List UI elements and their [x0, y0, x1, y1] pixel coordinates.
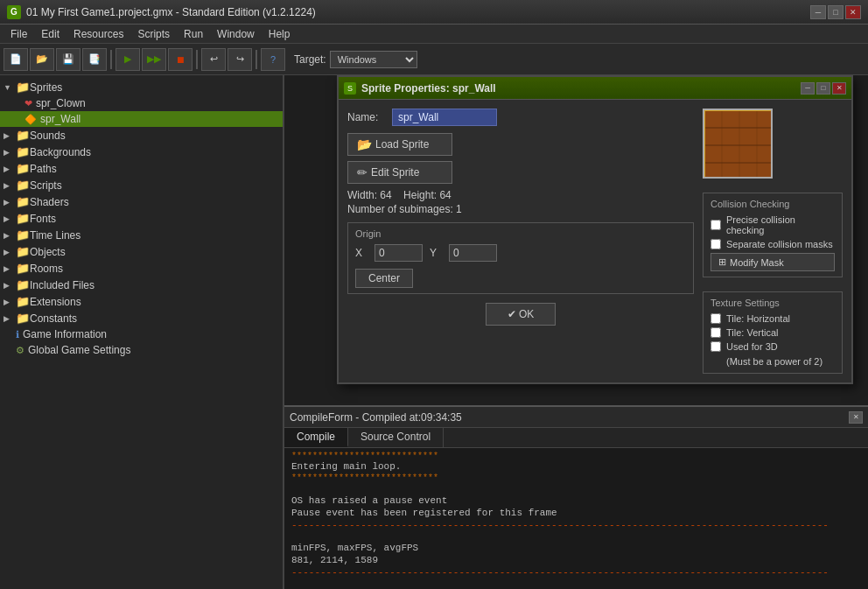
- game-info-label: Game Information: [23, 328, 107, 340]
- tab-compile[interactable]: Compile: [284, 428, 348, 447]
- separate-masks-check[interactable]: [710, 239, 721, 249]
- toolbar-sep-1: [110, 50, 112, 69]
- objects-folder-icon: 📁: [16, 245, 30, 258]
- toolbar-save-all[interactable]: 📑: [82, 48, 107, 71]
- target-select[interactable]: Windows Mac OS X Linux Android iOS: [330, 51, 417, 68]
- dialog-title-icon: S: [344, 82, 356, 95]
- tree-fonts-folder[interactable]: ▶ 📁 Fonts: [0, 210, 283, 227]
- minimize-button[interactable]: ─: [810, 5, 826, 19]
- rooms-folder-icon: 📁: [16, 262, 30, 275]
- timelines-folder-icon: 📁: [16, 228, 30, 242]
- compile-titlebar: CompileForm - Compiled at:09:34:35 ✕: [284, 407, 868, 428]
- tree-spr-clown[interactable]: ❤ spr_Clown: [0, 95, 283, 111]
- menu-resources[interactable]: Resources: [66, 26, 130, 42]
- rooms-arrow: ▶: [4, 264, 16, 273]
- included-files-label: Included Files: [30, 279, 94, 291]
- menu-edit[interactable]: Edit: [34, 26, 66, 42]
- tree-constants-folder[interactable]: ▶ 📁 Constants: [0, 310, 283, 326]
- spr-wall-icon: 🔶: [24, 114, 37, 125]
- close-button[interactable]: ✕: [845, 5, 861, 19]
- target-label: Target:: [294, 53, 326, 66]
- tree-extensions-folder[interactable]: ▶ 📁 Extensions: [0, 293, 283, 310]
- name-input[interactable]: [392, 109, 497, 126]
- center-button[interactable]: Center: [355, 269, 413, 288]
- constants-label: Constants: [30, 312, 77, 325]
- power2-label: (Must be a power of 2): [726, 356, 822, 367]
- tree-timelines-folder[interactable]: ▶ 📁 Time Lines: [0, 227, 283, 243]
- sprites-folder-icon: 📁: [16, 81, 30, 94]
- sprites-label: Sprites: [30, 81, 62, 94]
- toolbar-run[interactable]: ▶: [116, 48, 140, 71]
- edit-sprite-btn[interactable]: ✏ Edit Sprite: [347, 161, 452, 184]
- paths-label: Paths: [30, 163, 57, 175]
- origin-legend: Origin: [355, 228, 686, 239]
- tile-vertical-check[interactable]: [710, 327, 721, 338]
- tile-horizontal-check[interactable]: [710, 313, 721, 324]
- tree-backgrounds-folder[interactable]: ▶ 📁 Backgrounds: [0, 144, 283, 160]
- edit-sprite-label: Edit Sprite: [371, 166, 419, 179]
- toolbar-help[interactable]: ?: [261, 48, 285, 71]
- toolbar-save[interactable]: 💾: [56, 48, 80, 71]
- timelines-arrow: ▶: [4, 231, 16, 240]
- tree-global-game-settings[interactable]: ⚙ Global Game Settings: [0, 342, 283, 358]
- tree-spr-wall[interactable]: 🔶 spr_Wall: [0, 111, 283, 127]
- toolbar-new[interactable]: 📄: [4, 48, 28, 71]
- origin-y-input[interactable]: [449, 244, 497, 262]
- tree-sounds-folder[interactable]: ▶ 📁 Sounds: [0, 127, 283, 144]
- sprites-arrow: ▼: [4, 83, 16, 92]
- load-sprite-btn[interactable]: 📂 Load Sprite: [347, 133, 452, 156]
- modify-mask-button[interactable]: ⊞ Modify Mask: [710, 253, 835, 271]
- shaders-arrow: ▶: [4, 198, 16, 207]
- menu-scripts[interactable]: Scripts: [130, 26, 177, 42]
- precise-collision-row: Precise collision checking: [710, 214, 835, 235]
- menu-help[interactable]: Help: [262, 26, 298, 42]
- tree-scripts-folder[interactable]: ▶ 📁 Scripts: [0, 177, 283, 193]
- scripts-folder-icon: 📁: [16, 179, 30, 192]
- compile-form: CompileForm - Compiled at:09:34:35 ✕ Com…: [284, 405, 868, 589]
- toolbar-stop[interactable]: ⏹: [168, 48, 192, 71]
- menu-window[interactable]: Window: [210, 26, 262, 42]
- menu-file[interactable]: File: [4, 26, 34, 42]
- toolbar-open[interactable]: 📂: [30, 48, 54, 71]
- maximize-button[interactable]: □: [828, 5, 844, 19]
- compile-content[interactable]: **************************** Entering ma…: [284, 448, 868, 588]
- tree-objects-folder[interactable]: ▶ 📁 Objects: [0, 243, 283, 260]
- height-label: Height: 64: [403, 189, 452, 201]
- menu-run[interactable]: Run: [177, 26, 210, 42]
- origin-x-input[interactable]: [374, 244, 423, 262]
- compile-close-button[interactable]: ✕: [849, 411, 863, 424]
- tree-game-information[interactable]: ℹ Game Information: [0, 326, 283, 342]
- toolbar-run-debug[interactable]: ▶▶: [142, 48, 166, 71]
- global-settings-label: Global Game Settings: [28, 344, 130, 356]
- global-settings-icon: ⚙: [16, 345, 24, 356]
- dialog-body: Name: 📂 Load Sprite ✏ Edit Sprite Width:…: [339, 100, 851, 382]
- collision-group: Collision Checking Precise collision che…: [703, 193, 843, 277]
- constants-arrow: ▶: [4, 314, 16, 323]
- ok-button[interactable]: ✔ OK: [486, 303, 556, 326]
- tree-shaders-folder[interactable]: ▶ 📁 Shaders: [0, 193, 283, 210]
- precise-collision-check[interactable]: [710, 220, 721, 230]
- edit-sprite-icon: ✏: [357, 165, 368, 179]
- constants-folder-icon: 📁: [16, 312, 30, 325]
- dialog-close[interactable]: ✕: [832, 82, 846, 95]
- tree-paths-folder[interactable]: ▶ 📁 Paths: [0, 160, 283, 177]
- toolbar-redo[interactable]: ↪: [228, 48, 252, 71]
- used-3d-check[interactable]: [710, 341, 721, 352]
- tree-sprites-folder[interactable]: ▼ 📁 Sprites: [0, 79, 283, 95]
- collision-legend: Collision Checking: [710, 199, 835, 209]
- tree-rooms-folder[interactable]: ▶ 📁 Rooms: [0, 260, 283, 277]
- tab-source-control[interactable]: Source Control: [348, 428, 444, 447]
- sounds-arrow: ▶: [4, 131, 16, 140]
- toolbar-undo[interactable]: ↩: [201, 48, 226, 71]
- dialog-window-controls: ─ □ ✕: [801, 82, 846, 95]
- dialog-minimize[interactable]: ─: [801, 82, 815, 95]
- compile-line-4: [291, 483, 861, 494]
- compile-line-11: ----------------------------------------…: [291, 567, 861, 578]
- dialog-right-panel: Collision Checking Precise collision che…: [703, 109, 843, 374]
- dialog-maximize[interactable]: □: [816, 82, 830, 95]
- title-bar: G 01 My First Game1.project.gmx - Standa…: [0, 0, 868, 25]
- origin-group: Origin X Y Center: [347, 222, 694, 294]
- tree-included-files-folder[interactable]: ▶ 📁 Included Files: [0, 277, 283, 293]
- window-controls: ─ □ ✕: [810, 5, 861, 19]
- compile-line-7: ----------------------------------------…: [291, 520, 861, 530]
